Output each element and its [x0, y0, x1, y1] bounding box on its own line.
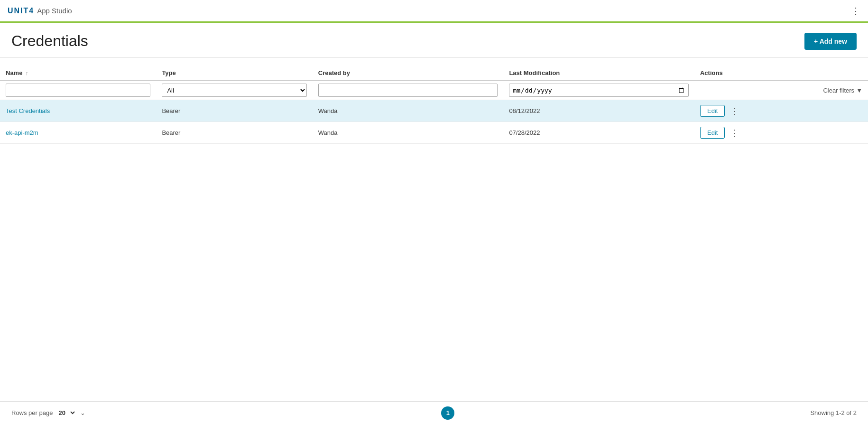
filter-created-input[interactable]	[318, 84, 498, 97]
more-button-1[interactable]: ⋮	[728, 128, 742, 138]
brand: UNIT4 App Studio	[8, 7, 72, 15]
col-header-type: Type	[156, 66, 312, 81]
row-created-by: Wanda	[313, 100, 504, 122]
col-header-name[interactable]: Name ↑	[0, 66, 156, 81]
clear-filters-label: Clear filters	[823, 87, 854, 94]
page-title: Credentials	[11, 32, 88, 50]
credentials-table: Name ↑ Type Created by Last Modification…	[0, 66, 868, 144]
add-new-button[interactable]: + Add new	[804, 33, 857, 50]
row-last-mod: 07/28/2022	[503, 122, 694, 144]
row-name: Test Credentials	[0, 100, 156, 122]
col-name-label: Name	[6, 69, 22, 76]
col-lastmod-label: Last Modification	[509, 69, 560, 76]
row-created-by: Wanda	[313, 122, 504, 144]
col-header-created-by: Created by	[313, 66, 504, 81]
filter-row: All Bearer Basic OAuth Clear filters	[0, 81, 868, 100]
filter-actions-cell	[694, 81, 816, 100]
filter-lastmod-cell	[503, 81, 694, 100]
table-row: Test Credentials Bearer Wanda 08/12/2022…	[0, 100, 868, 122]
row-type: Bearer	[156, 100, 312, 122]
topbar: UNIT4 App Studio ⋮	[0, 0, 868, 23]
col-header-actions: Actions	[694, 66, 816, 81]
row-actions: Edit ⋮	[694, 122, 816, 144]
col-header-last-mod: Last Modification	[503, 66, 694, 81]
filter-icon: ▼	[856, 87, 862, 94]
filter-clear-cell: Clear filters ▼	[816, 81, 868, 100]
more-button-0[interactable]: ⋮	[728, 106, 742, 116]
col-actions-label: Actions	[700, 69, 723, 76]
brand-unit4: UNIT4	[8, 7, 34, 15]
col-type-label: Type	[162, 69, 175, 76]
edit-button-1[interactable]: Edit	[700, 127, 725, 139]
table-area: Name ↑ Type Created by Last Modification…	[0, 58, 868, 144]
row-last-mod: 08/12/2022	[503, 100, 694, 122]
filter-type-cell: All Bearer Basic OAuth	[156, 81, 312, 100]
row-name: ek-api-m2m	[0, 122, 156, 144]
col-created-label: Created by	[318, 69, 350, 76]
row-actions: Edit ⋮	[694, 100, 816, 122]
filter-lastmod-input[interactable]	[509, 84, 689, 97]
table-row: ek-api-m2m Bearer Wanda 07/28/2022 Edit …	[0, 122, 868, 144]
table-header-row: Name ↑ Type Created by Last Modification…	[0, 66, 868, 81]
filter-created-cell	[313, 81, 504, 100]
clear-filters-button[interactable]: Clear filters ▼	[823, 87, 862, 94]
brand-app: App Studio	[37, 7, 72, 15]
edit-button-0[interactable]: Edit	[700, 105, 725, 117]
filter-name-cell	[0, 81, 156, 100]
page-header: Credentials + Add new	[0, 23, 868, 57]
filter-name-input[interactable]	[6, 84, 150, 97]
col-header-clear	[816, 66, 868, 81]
filter-type-select[interactable]: All Bearer Basic OAuth	[162, 84, 306, 97]
sort-icon-name: ↑	[26, 70, 28, 76]
menu-icon[interactable]: ⋮	[851, 5, 860, 17]
row-type: Bearer	[156, 122, 312, 144]
